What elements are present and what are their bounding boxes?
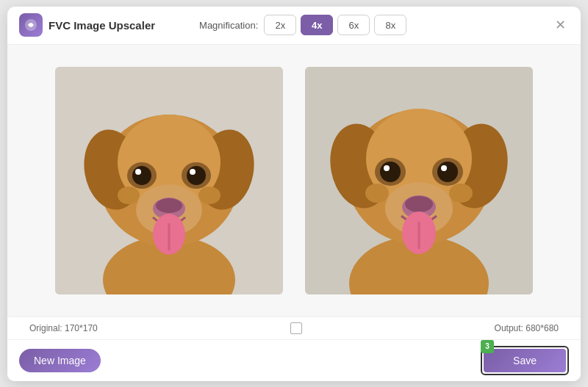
app-title: FVC Image Upscaler <box>49 19 155 32</box>
svg-point-15 <box>156 198 182 213</box>
app-window: FVC Image Upscaler Magnification: 2x 4x … <box>7 7 581 381</box>
svg-point-31 <box>441 165 447 171</box>
save-badge: 3 <box>481 340 494 353</box>
svg-point-27 <box>380 162 401 182</box>
original-image-panel <box>55 67 283 294</box>
svg-point-30 <box>437 162 458 182</box>
save-area: 3 Save <box>481 346 569 375</box>
mag-2x-button[interactable]: 2x <box>264 15 296 35</box>
close-button[interactable]: ✕ <box>551 16 569 34</box>
magnification-buttons: 2x 4x 6x 8x <box>264 15 406 35</box>
svg-point-28 <box>384 165 390 171</box>
output-size-text: Output: 680*680 <box>495 323 559 333</box>
svg-point-18 <box>118 187 140 204</box>
output-dog-image <box>305 67 533 294</box>
svg-point-34 <box>405 196 433 212</box>
mag-6x-button[interactable]: 6x <box>337 15 370 35</box>
svg-point-12 <box>190 169 196 175</box>
magnification-area: Magnification: 2x 4x 6x 8x <box>199 15 406 35</box>
save-button[interactable]: Save <box>484 349 566 372</box>
titlebar: FVC Image Upscaler Magnification: 2x 4x … <box>7 7 581 45</box>
magnification-label: Magnification: <box>199 20 258 31</box>
svg-point-38 <box>449 184 473 203</box>
output-image-panel <box>305 67 533 294</box>
svg-point-8 <box>132 166 151 185</box>
original-dog-image <box>55 67 283 294</box>
app-logo-icon <box>19 13 43 37</box>
svg-point-11 <box>187 166 206 185</box>
mag-4x-button[interactable]: 4x <box>301 15 333 35</box>
close-icon: ✕ <box>555 17 566 33</box>
compare-icon[interactable] <box>290 322 302 334</box>
logo-area: FVC Image Upscaler <box>19 13 155 37</box>
svg-point-19 <box>198 187 220 204</box>
content-area <box>7 45 581 317</box>
footer: New Image 3 Save <box>7 340 581 381</box>
mag-8x-button[interactable]: 8x <box>374 15 406 35</box>
original-size-text: Original: 170*170 <box>29 323 98 333</box>
svg-point-37 <box>365 184 389 203</box>
svg-point-9 <box>135 169 141 175</box>
new-image-button[interactable]: New Image <box>19 349 101 372</box>
status-bar: Original: 170*170 Output: 680*680 <box>7 317 581 340</box>
